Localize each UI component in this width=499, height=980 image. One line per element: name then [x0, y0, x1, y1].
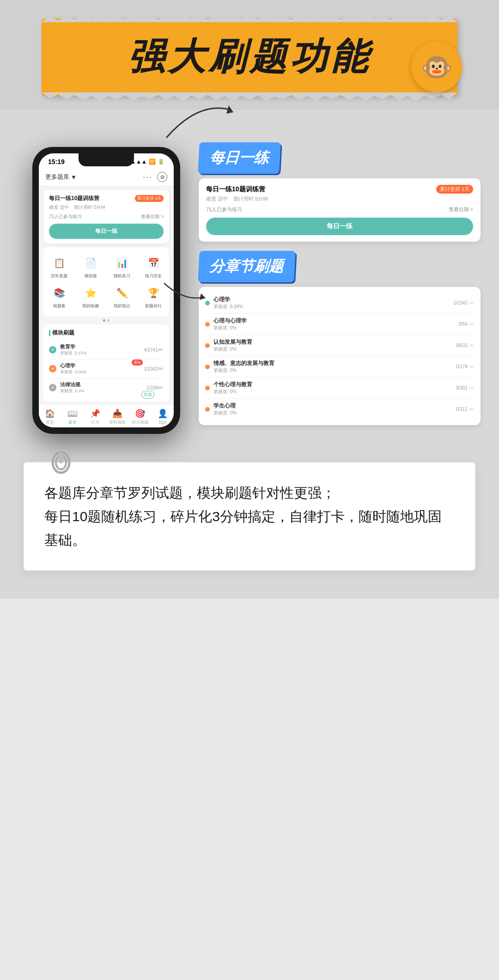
checkin-nav-icon: 📌 [90, 408, 100, 419]
chapter-item-2[interactable]: 认知发展与教育 掌握度: 0% 0/631 ✏ [205, 335, 474, 356]
callout-participants: 71人已参与练习 [206, 206, 242, 213]
feature-past-exams[interactable]: 📋 历年真题 [43, 252, 75, 282]
chapter-name-1: 心理与心理学 [213, 317, 459, 325]
svg-rect-4 [59, 452, 63, 463]
feature-mock-exams[interactable]: 📄 模拟卷 [75, 252, 106, 282]
chapter-edit-4[interactable]: ✏ [469, 385, 474, 391]
chapter-name-3: 情感、意志的发展与教育 [213, 359, 456, 367]
library-label: 更多题库 [45, 173, 69, 181]
module-info-education: 教育学 掌握度: 0.15% [60, 343, 140, 356]
chapter-right-1: 0/54 ✏ [459, 321, 474, 328]
chapter-mastery-2: 掌握度: 0% [213, 346, 456, 353]
banner-title: 强大刷题功能 [65, 32, 434, 82]
paper-icon: 📄 [82, 255, 99, 271]
practice-button[interactable]: 每日一练 [49, 224, 164, 239]
status-icons: ▲▲▲ 🛜 🔋 [130, 158, 164, 165]
materials-nav-icon: 📥 [112, 408, 122, 419]
chapter-count-0: 1/2342 [453, 300, 468, 305]
streak-label: 累计坚持 [137, 195, 154, 201]
chapter-edit-1[interactable]: ✏ [469, 321, 474, 328]
bottom-nav: 🏠 首页 📖 题库 📌 打卡 📥 资料领取 [39, 404, 174, 427]
module-item-education[interactable]: + 教育学 掌握度: 0.15% 4/2741 ✏ [49, 341, 164, 359]
daily-callout-header: 每日一练10题训练营 累计坚持 1天 [206, 185, 473, 194]
wrong-questions-label: 错题集 [53, 303, 66, 309]
chapter-item-4[interactable]: 个性心理与教育 掌握度: 0% 0/301 ✏ [205, 377, 474, 399]
feature-history[interactable]: 📅 练习历史 [138, 252, 169, 282]
library-nav-icon: 📖 [67, 408, 78, 419]
participant-count: 71人已参与练习 [49, 213, 82, 220]
clip-svg [49, 451, 73, 474]
nav-library[interactable]: 📖 题库 [61, 408, 84, 426]
chapter-info-3: 情感、意志的发展与教育 掌握度: 0% [213, 359, 456, 374]
difficulty-value: 适中 [60, 205, 69, 210]
phone-screen: 15:19 ▲▲▲ 🛜 🔋 更多题库 ▼ ··· ⊙ [39, 153, 174, 427]
chapter-item-3[interactable]: 情感、意志的发展与教育 掌握度: 0% 0/179 ✏ [205, 356, 474, 377]
nav-home[interactable]: 🏠 首页 [39, 408, 61, 426]
phone-frame: 15:19 ▲▲▲ 🛜 🔋 更多题库 ▼ ··· ⊙ [32, 147, 180, 434]
chapter-edit-0[interactable]: ✏ [469, 300, 474, 306]
library-nav-label: 题库 [68, 420, 77, 426]
module-item-psychology[interactable]: + 心理学 掌握度: 0.04% 1/2342 ✏ 通知 [49, 359, 164, 378]
history-icon: 📅 [145, 255, 162, 271]
streak-badge: 累计坚持 1天 [135, 195, 164, 202]
module-section: 模块刷题 + 教育学 掌握度: 0.15% 4/2741 ✏ + 心理学 [43, 324, 169, 402]
module-edit-education[interactable]: ✏ [158, 346, 164, 353]
feature-wrong-questions[interactable]: 📚 错题集 [43, 282, 75, 312]
nav-materials[interactable]: 📥 资料领取 [106, 408, 129, 426]
daily-callout-card: 每日一练10题训练营 累计坚持 1天 难度 适中 预计用时 5分钟 71人已参与… [199, 178, 481, 242]
checkin-nav-label: 打卡 [91, 420, 99, 426]
chapter-count-4: 0/301 [456, 385, 468, 390]
callout-streak-value: 1天 [462, 186, 469, 192]
chapter-info-2: 认知发展与教育 掌握度: 0% [213, 338, 456, 353]
chapter-edit-3[interactable]: ✏ [469, 364, 474, 370]
feature-random-practice[interactable]: 📊 随机练习 [106, 252, 138, 282]
callout-history-link[interactable]: 查看往期 > [449, 206, 473, 213]
chapter-edit-2[interactable]: ✏ [469, 342, 474, 349]
dropdown-icon: ▼ [71, 174, 77, 181]
chapter-label-text: 分章节刷题 [209, 258, 284, 274]
module-edit-psychology[interactable]: ✏ [158, 365, 164, 372]
nav-points[interactable]: 🎯 积分商城 [129, 408, 152, 426]
chapter-item-0[interactable]: 心理学 掌握度: 0.04% 1/2342 ✏ [205, 292, 474, 314]
callout-difficulty-label: 难度 [206, 196, 216, 201]
chapter-mastery-3: 掌握度: 0% [213, 367, 456, 374]
chapter-item-1[interactable]: 心理与心理学 掌握度: 0% 0/54 ✏ [205, 314, 474, 335]
callout-time-label: 预计用时 [233, 196, 254, 201]
chapter-name-5: 学生心理 [213, 402, 456, 410]
home-nav-label: 首页 [46, 420, 54, 426]
settings-icon[interactable]: ⊙ [157, 172, 167, 182]
daily-callout-title: 每日一练10题训练营 [206, 185, 265, 194]
module-count-law: 1/336 [146, 385, 158, 390]
daily-callout-streak: 累计坚持 1天 [436, 185, 473, 194]
callout-daily: 每日一练 每日一练10题训练营 累计坚持 1天 难度 适中 预计用时 5分钟 [199, 142, 481, 242]
points-nav-label: 积分商城 [132, 420, 148, 426]
chapter-info-0: 心理学 掌握度: 0.04% [213, 296, 453, 310]
module-item-law[interactable]: + 法律法规 掌握度: 0.3% 1/336 ✏ 客服 [49, 378, 164, 397]
random-icon: 📊 [114, 255, 130, 271]
chapter-right-5: 0/111 ✏ [456, 406, 474, 413]
callout-practice-button[interactable]: 每日一练 [206, 218, 473, 235]
module-edit-law[interactable]: ✏ [158, 384, 164, 391]
feature-notes[interactable]: ✏️ 我的笔记 [106, 282, 138, 312]
daily-card-title: 每日一练10题训练营 [49, 195, 99, 202]
library-selector[interactable]: 更多题库 ▼ [45, 173, 77, 181]
top-section: 强大刷题功能 🐵 [0, 0, 499, 110]
arrow-chapter-icon [162, 279, 208, 306]
chapter-label-banner: 分章节刷题 [198, 251, 296, 282]
module-meta-psychology: 掌握度: 0.04% [60, 369, 140, 375]
view-history-link[interactable]: 查看往期 > [141, 213, 164, 220]
favorites-label: 我的收藏 [82, 303, 99, 309]
chapter-item-5[interactable]: 学生心理 掌握度: 0% 0/111 ✏ [205, 399, 474, 420]
daily-label-banner: 每日一练 [198, 142, 281, 174]
daily-card: 每日一练10题训练营 累计坚持 1天 难度 适中 预计用时 5分钟 [43, 190, 169, 243]
header-actions: ··· ⊙ [143, 172, 167, 182]
nav-mine[interactable]: 👤 我的 [151, 408, 174, 426]
nav-checkin[interactable]: 📌 打卡 [84, 408, 106, 426]
dot-1 [103, 319, 105, 322]
menu-dots[interactable]: ··· [143, 172, 152, 182]
notes-label: 我的笔记 [114, 303, 130, 309]
chapter-info-5: 学生心理 掌握度: 0% [213, 402, 456, 416]
chapter-edit-5[interactable]: ✏ [469, 406, 474, 413]
feature-favorites[interactable]: ⭐ 我的收藏 [75, 282, 106, 312]
app-header: 更多题库 ▼ ··· ⊙ [39, 168, 174, 186]
